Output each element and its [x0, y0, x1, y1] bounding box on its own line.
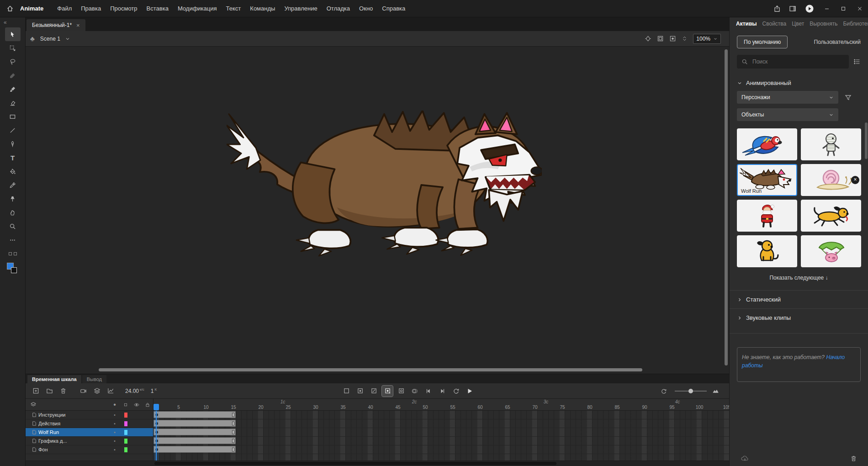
- free-transform-tool[interactable]: [5, 41, 21, 55]
- asset-thumbnail-snail[interactable]: ×: [801, 164, 861, 196]
- filter-icon[interactable]: [845, 94, 852, 101]
- cloud-download-icon[interactable]: [741, 455, 749, 462]
- layer-depth-button[interactable]: [91, 386, 102, 397]
- stroke-color-swatch[interactable]: [11, 267, 17, 273]
- layer-status-dot[interactable]: •: [109, 430, 120, 435]
- reset-timeline-zoom-button[interactable]: [658, 386, 669, 397]
- layer-color-chip[interactable]: [124, 439, 127, 444]
- panel-tab-Активы[interactable]: Активы: [736, 21, 757, 27]
- layer-color-chip[interactable]: [124, 430, 127, 435]
- timeline-tab-Временная шкала[interactable]: Временная шкала: [27, 375, 81, 383]
- share-icon[interactable]: [769, 0, 785, 17]
- layer-status-dot[interactable]: •: [109, 421, 120, 426]
- frame-rows[interactable]: [153, 411, 729, 461]
- zoom-tool[interactable]: [5, 219, 21, 233]
- menu-Справка[interactable]: Справка: [377, 5, 410, 12]
- frame-span-end[interactable]: [232, 439, 234, 443]
- layer-status-dot[interactable]: •: [109, 447, 120, 452]
- menu-Просмотр[interactable]: Просмотр: [106, 5, 142, 12]
- maximize-button[interactable]: [835, 0, 852, 17]
- menu-Команды[interactable]: Команды: [245, 5, 280, 12]
- zoom-stepper-icon[interactable]: [682, 36, 688, 42]
- layer-row-Действия[interactable]: Действия•: [26, 419, 153, 428]
- app-brand[interactable]: Animate: [20, 5, 43, 12]
- loop-button[interactable]: [450, 386, 461, 397]
- panel-tab-Цвет[interactable]: Цвет: [792, 21, 804, 27]
- step-back-button[interactable]: [423, 386, 434, 397]
- rectangle-tool[interactable]: [5, 110, 21, 123]
- close-button[interactable]: [852, 0, 868, 17]
- workspace-icon[interactable]: [785, 0, 800, 17]
- selection-tool[interactable]: [5, 27, 21, 41]
- frame-span[interactable]: [153, 420, 236, 427]
- panel-tab-Свойства[interactable]: Свойства: [762, 21, 787, 27]
- layer-row-Wolf Run[interactable]: Wolf Run•: [26, 428, 153, 437]
- show-more-link[interactable]: Показать следующее ↓: [730, 275, 868, 281]
- lasso-tool[interactable]: [5, 55, 21, 69]
- canvas-vertical-scrollbar[interactable]: [725, 49, 728, 365]
- type-select[interactable]: Объекты: [737, 108, 838, 121]
- frame-view-icon[interactable]: [712, 387, 719, 394]
- collapse-panel-icon[interactable]: «: [4, 19, 7, 27]
- eyedropper-tool[interactable]: [5, 178, 21, 192]
- panel-tab-Библиотека[interactable]: Библиотека: [843, 21, 868, 27]
- camera-button[interactable]: [78, 386, 89, 397]
- outline-column-icon[interactable]: [120, 402, 131, 408]
- timeline-zoom-slider[interactable]: [675, 391, 707, 392]
- frame-span[interactable]: [153, 411, 236, 418]
- asset-thumbnail-pig-parachute[interactable]: [801, 235, 861, 267]
- list-view-icon[interactable]: [853, 58, 861, 65]
- menu-Правка[interactable]: Правка: [76, 5, 106, 12]
- search-input[interactable]: [752, 58, 844, 65]
- minimize-button[interactable]: [819, 0, 835, 17]
- menu-Управление[interactable]: Управление: [280, 5, 322, 12]
- color-swatches[interactable]: [7, 262, 19, 275]
- slider-knob[interactable]: [688, 389, 693, 393]
- eraser-tool[interactable]: [5, 96, 21, 110]
- mode-custom-button[interactable]: Пользовательский: [814, 39, 861, 45]
- playhead-handle[interactable]: [153, 404, 159, 410]
- menu-Вставка[interactable]: Вставка: [142, 5, 173, 12]
- frame-span[interactable]: [153, 446, 236, 453]
- insert-keyframe-button[interactable]: [382, 386, 393, 397]
- layer-status-dot[interactable]: •: [109, 439, 120, 444]
- pen-tool[interactable]: [5, 137, 21, 151]
- timeline-tab-Вывод[interactable]: Вывод: [82, 375, 106, 383]
- mode-default-button[interactable]: По умолчанию: [737, 36, 788, 48]
- document-tab[interactable]: Безымянный-1* ×: [26, 19, 85, 31]
- section-static[interactable]: Статический: [730, 290, 868, 308]
- panel-tab-Выровнять[interactable]: Выровнять: [810, 21, 837, 27]
- zoom-level-select[interactable]: 100%: [693, 34, 721, 44]
- layer-frames-row[interactable]: [153, 411, 729, 419]
- classic-brush-tool[interactable]: [5, 82, 21, 96]
- frame-span-end[interactable]: [232, 413, 234, 417]
- lock-column-icon[interactable]: [142, 402, 153, 408]
- edit-symbols-icon[interactable]: [669, 35, 676, 42]
- paint-bucket-tool[interactable]: [5, 164, 21, 178]
- auto-keyframe-button[interactable]: [355, 386, 365, 397]
- scene-name[interactable]: Scene 1: [40, 36, 60, 42]
- canvas-horizontal-scrollbar[interactable]: [99, 368, 642, 371]
- frame-span-end[interactable]: [232, 421, 234, 425]
- asset-thumbnail-mummy[interactable]: [801, 128, 861, 160]
- new-folder-button[interactable]: [44, 386, 55, 397]
- highlight-column-icon[interactable]: •: [109, 401, 120, 409]
- asset-thumbnail-parrot[interactable]: [737, 128, 797, 160]
- add-frame-button[interactable]: [30, 386, 41, 397]
- menu-Модификация[interactable]: Модификация: [173, 5, 222, 12]
- step-forward-button[interactable]: [437, 386, 448, 397]
- asset-warp-tool[interactable]: [5, 192, 21, 206]
- layer-color-chip[interactable]: [124, 421, 127, 426]
- layer-row-Фон[interactable]: Фон•: [26, 445, 153, 454]
- wolf-artwork[interactable]: [227, 111, 542, 263]
- section-animated[interactable]: Анимированный: [737, 79, 861, 86]
- home-icon[interactable]: [6, 5, 14, 12]
- search-box[interactable]: [737, 55, 849, 69]
- more-tools-icon[interactable]: [5, 233, 21, 247]
- layer-row-Инструкции[interactable]: Инструкции•: [26, 411, 153, 419]
- panel-scrollbar-thumb[interactable]: [865, 122, 868, 159]
- insert-frame-button[interactable]: [341, 386, 352, 397]
- playhead-line[interactable]: [156, 411, 157, 461]
- timeline-scrollbar[interactable]: [26, 461, 729, 466]
- onion-skin-button[interactable]: [409, 386, 420, 397]
